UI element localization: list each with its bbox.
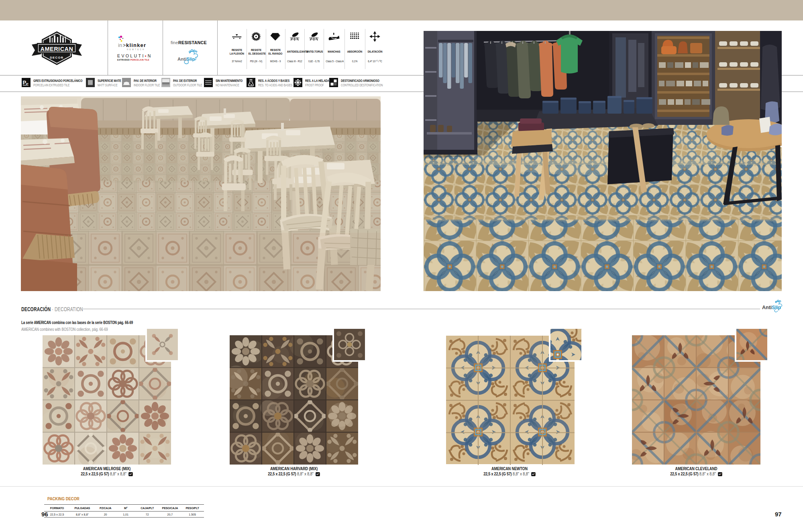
- svg-text:EXTRUDED PORCELAIN TILE: EXTRUDED PORCELAIN TILE: [117, 59, 149, 61]
- svg-text:klinker: klinker: [126, 42, 146, 48]
- svg-text:RESISTANCE: RESISTANCE: [178, 40, 207, 45]
- svg-text:DECOR: DECOR: [50, 56, 64, 59]
- svg-text:fine: fine: [171, 40, 178, 45]
- svg-text:>: >: [123, 43, 126, 48]
- svg-text:AntiSlip: AntiSlip: [762, 305, 781, 310]
- svg-text:AntiSlip: AntiSlip: [177, 57, 195, 61]
- svg-text:AMERICAN: AMERICAN: [40, 46, 73, 52]
- svg-text:in: in: [118, 42, 122, 48]
- svg-text:EVOLUTI▪N: EVOLUTI▪N: [117, 53, 152, 58]
- svg-text:E: E: [26, 82, 29, 86]
- svg-text:NEWTECH: NEWTECH: [127, 49, 145, 51]
